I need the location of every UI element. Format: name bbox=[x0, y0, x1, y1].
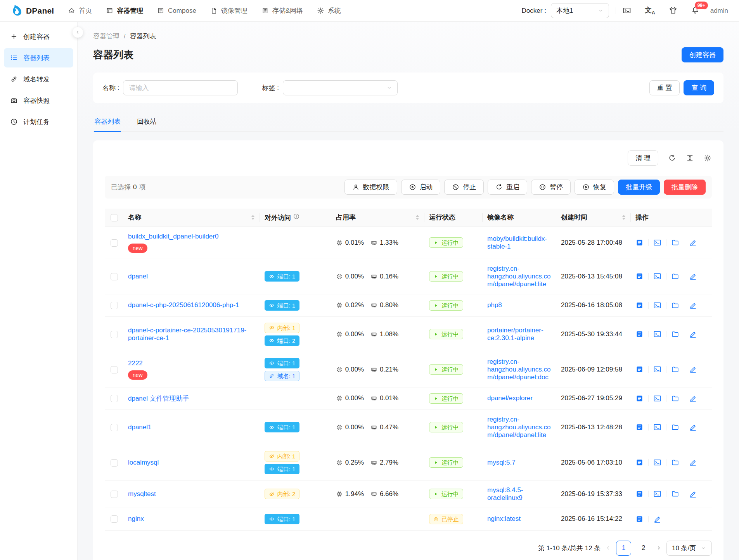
row-folder-icon[interactable] bbox=[671, 490, 679, 498]
notifications-button[interactable]: 99+ bbox=[691, 6, 699, 15]
column-header-usage[interactable]: 占用率 bbox=[331, 209, 424, 226]
row-terminal-sq-icon[interactable] bbox=[653, 365, 661, 373]
row-terminal-sq-icon[interactable] bbox=[653, 330, 661, 338]
image-name-link[interactable]: moby/buildkit:buildx-stable-1 bbox=[487, 235, 547, 250]
row-checkbox[interactable] bbox=[111, 491, 118, 498]
container-name-link[interactable]: dpanel-c-php-20250616120006-php-1 bbox=[128, 301, 239, 309]
docker-select[interactable]: 本地1 bbox=[551, 3, 609, 18]
row-folder-icon[interactable] bbox=[671, 272, 679, 280]
row-terminal-sq-icon[interactable] bbox=[653, 423, 661, 431]
row-detail-icon[interactable] bbox=[635, 272, 644, 280]
breadcrumb-item[interactable]: 容器管理 bbox=[93, 32, 119, 41]
sort-carets[interactable] bbox=[251, 214, 255, 220]
image-name-link[interactable]: registry.cn-hangzhou.aliyuncs.com/dpanel… bbox=[487, 416, 551, 439]
row-folder-icon[interactable] bbox=[671, 394, 679, 403]
access-tag-port[interactable]: 端口: 1 bbox=[265, 422, 299, 432]
row-folder-icon[interactable] bbox=[671, 301, 679, 309]
row-folder-icon[interactable] bbox=[671, 423, 679, 431]
select-all-checkbox[interactable] bbox=[111, 214, 118, 221]
batch-resume-button[interactable]: 恢复 bbox=[575, 180, 614, 195]
row-terminal-sq-icon[interactable] bbox=[653, 239, 661, 247]
image-name-link[interactable]: mysql:5.7 bbox=[487, 459, 516, 466]
row-edit-icon[interactable] bbox=[689, 239, 697, 247]
container-name-link[interactable]: nginx bbox=[128, 515, 144, 522]
row-folder-icon[interactable] bbox=[671, 458, 679, 467]
access-tag-port[interactable]: 端口: 1 bbox=[265, 464, 299, 474]
image-name-link[interactable]: mysql:8.4.5-oraclelinux9 bbox=[487, 486, 523, 501]
filter-name-input[interactable] bbox=[123, 80, 238, 95]
username[interactable]: admin bbox=[710, 7, 728, 15]
row-edit-icon[interactable] bbox=[689, 490, 697, 498]
row-terminal-sq-icon[interactable] bbox=[653, 458, 661, 467]
row-detail-icon[interactable] bbox=[635, 301, 644, 309]
row-detail-icon[interactable] bbox=[635, 458, 644, 467]
row-checkbox[interactable] bbox=[111, 331, 118, 338]
batch-start-button[interactable]: 启动 bbox=[401, 180, 441, 195]
image-name-link[interactable]: nginx:latest bbox=[487, 515, 521, 522]
row-edit-icon[interactable] bbox=[689, 423, 697, 431]
row-folder-icon[interactable] bbox=[671, 330, 679, 338]
row-edit-icon[interactable] bbox=[653, 515, 661, 523]
row-checkbox[interactable] bbox=[111, 459, 118, 467]
container-name-link[interactable]: mysqltest bbox=[128, 490, 156, 498]
row-edit-icon[interactable] bbox=[689, 301, 697, 309]
prev-page-button[interactable] bbox=[605, 545, 611, 551]
sort-carets[interactable] bbox=[621, 214, 626, 220]
access-tag-internal[interactable]: 内部: 2 bbox=[265, 489, 299, 499]
container-name-link[interactable]: localmysql bbox=[128, 459, 159, 466]
access-tag-port[interactable]: 端口: 1 bbox=[265, 514, 299, 524]
tab-container-list[interactable]: 容器列表 bbox=[94, 114, 121, 131]
nav-item-home[interactable]: 首页 bbox=[68, 6, 92, 15]
sidebar-item-scheduled-task[interactable]: 计划任务 bbox=[4, 112, 73, 131]
nav-item-compose[interactable]: Compose bbox=[157, 7, 196, 15]
row-edit-icon[interactable] bbox=[689, 272, 697, 280]
sidebar-item-container-snapshot[interactable]: 容器快照 bbox=[4, 91, 73, 110]
batch-restart-button[interactable]: 重启 bbox=[488, 180, 527, 195]
page-button-1[interactable]: 1 bbox=[616, 541, 631, 556]
filter-tag-select[interactable] bbox=[283, 80, 398, 95]
batch-delete-button[interactable]: 批量删除 bbox=[664, 180, 706, 195]
next-page-button[interactable] bbox=[656, 545, 662, 551]
row-checkbox[interactable] bbox=[111, 424, 118, 431]
translate-icon[interactable]: 文A bbox=[645, 7, 655, 15]
row-height-icon[interactable] bbox=[686, 154, 694, 162]
access-tag-internal[interactable]: 内部: 1 bbox=[265, 323, 299, 333]
row-detail-icon[interactable] bbox=[635, 515, 644, 523]
reset-button[interactable]: 重 置 bbox=[649, 80, 680, 95]
access-tag-port[interactable]: 端口: 2 bbox=[265, 335, 299, 346]
batch-upgrade-button[interactable]: 批量升级 bbox=[618, 180, 660, 195]
nav-item-image[interactable]: 镜像管理 bbox=[210, 6, 247, 15]
row-checkbox[interactable] bbox=[111, 239, 118, 247]
row-edit-icon[interactable] bbox=[689, 394, 697, 403]
table-settings-gear-icon[interactable] bbox=[704, 154, 712, 162]
nav-item-system[interactable]: 系统 bbox=[317, 6, 341, 15]
row-folder-icon[interactable] bbox=[671, 365, 679, 373]
container-name-link[interactable]: buildx_buildkit_dpanel-builder0 bbox=[128, 233, 218, 240]
container-name-link[interactable]: dpanel bbox=[128, 273, 148, 280]
page-button-2[interactable]: 2 bbox=[636, 541, 651, 556]
sidebar-item-domain-forward[interactable]: 域名转发 bbox=[4, 69, 73, 89]
image-name-link[interactable]: registry.cn-hangzhou.aliyuncs.com/dpanel… bbox=[487, 265, 551, 288]
access-tag-port[interactable]: 端口: 1 bbox=[265, 358, 299, 368]
image-name-link[interactable]: portainer/portainer-ce:2.30.1-alpine bbox=[487, 327, 543, 342]
row-detail-icon[interactable] bbox=[635, 423, 644, 431]
row-checkbox[interactable] bbox=[111, 366, 118, 373]
row-checkbox[interactable] bbox=[111, 302, 118, 309]
access-tag-internal[interactable]: 内部: 1 bbox=[265, 451, 299, 461]
image-name-link[interactable]: dpanel/explorer bbox=[487, 394, 533, 402]
access-tag-domain[interactable]: 域名: 1 bbox=[265, 371, 299, 381]
row-edit-icon[interactable] bbox=[689, 365, 697, 373]
sort-carets[interactable] bbox=[415, 214, 420, 220]
image-name-link[interactable]: registry.cn-hangzhou.aliyuncs.com/dpanel… bbox=[487, 358, 551, 381]
row-detail-icon[interactable] bbox=[635, 394, 644, 403]
nav-item-container[interactable]: 容器管理 bbox=[106, 6, 143, 15]
access-tag-port[interactable]: 端口: 1 bbox=[265, 300, 299, 311]
tab-recycle-bin[interactable]: 回收站 bbox=[137, 114, 157, 131]
row-terminal-sq-icon[interactable] bbox=[653, 301, 661, 309]
batch-pause-button[interactable]: 暂停 bbox=[531, 180, 571, 195]
column-header-created[interactable]: 创建时间 bbox=[556, 209, 631, 226]
sidebar-collapse-button[interactable] bbox=[73, 27, 83, 38]
create-container-button[interactable]: 创建容器 bbox=[682, 47, 723, 62]
container-name-link[interactable]: dpanel1 bbox=[128, 423, 152, 431]
row-folder-icon[interactable] bbox=[671, 239, 679, 247]
